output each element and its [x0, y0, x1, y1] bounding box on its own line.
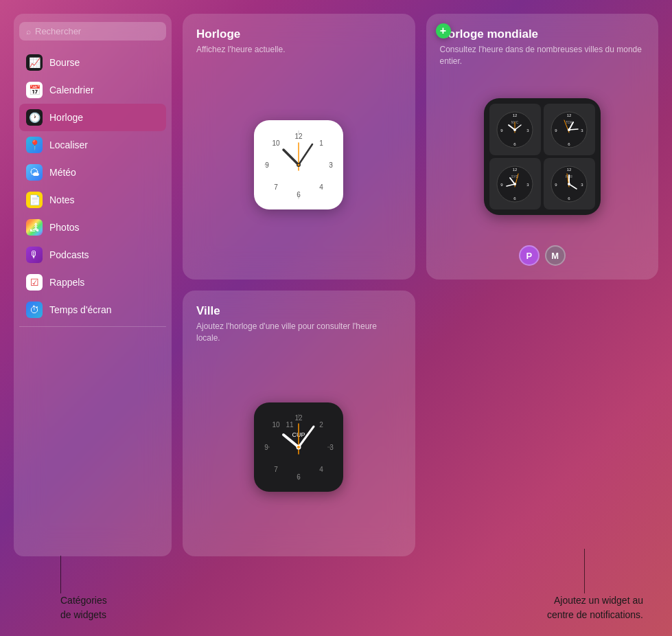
- app-icon-temps: ⏱: [26, 302, 43, 318]
- svg-point-46: [513, 183, 516, 185]
- svg-point-56: [568, 183, 570, 185]
- svg-text:4: 4: [319, 183, 323, 191]
- mini-clock-3: 12 3 6 9 SYD: [489, 158, 541, 209]
- sidebar-item-rappels[interactable]: ☑Rappels: [19, 269, 166, 296]
- mini-clock-svg-1: 12 3 6 9 NYC: [495, 110, 535, 150]
- sidebar-item-notes[interactable]: 📄Notes: [19, 186, 166, 214]
- sidebar-label-calendrier: Calendrier: [49, 84, 94, 95]
- main-layout: ⌕ 📈Bourse📅Calendrier🕐Horloge📍Localiser🌤M…: [0, 0, 672, 570]
- svg-text:12: 12: [513, 113, 518, 117]
- svg-line-13: [299, 144, 312, 165]
- sidebar-item-meteo[interactable]: 🌤Météo: [19, 159, 166, 186]
- world-clock-grid: 12 3 6 9 NYC: [484, 98, 601, 215]
- sidebar-label-bourse: Bourse: [49, 57, 80, 68]
- bottom-annotations: Catégories de widgets Ajoutez un widget …: [0, 567, 672, 636]
- avatars-row: P M: [440, 245, 645, 266]
- svg-text:11: 11: [286, 421, 294, 429]
- app-icon-notes: 📄: [26, 192, 43, 208]
- sidebar-label-horloge: Horloge: [49, 112, 83, 123]
- app-icon-horloge: 🕐: [26, 109, 43, 126]
- mini-clock-svg-2: 12 3 6 9 TOK: [549, 110, 589, 150]
- mini-clock-1: 12 3 6 9 NYC: [489, 104, 541, 155]
- sidebar-items-container: 📈Bourse📅Calendrier🕐Horloge📍Localiser🌤Mét…: [19, 49, 166, 323]
- svg-point-16: [298, 163, 300, 166]
- svg-text:12: 12: [513, 168, 518, 172]
- sidebar-divider: [19, 326, 166, 327]
- search-icon: ⌕: [26, 27, 31, 36]
- app-icon-localiser: 📍: [26, 137, 43, 153]
- widget-horloge-preview: 12 1 3 4 6 7 9 10: [196, 64, 402, 266]
- sidebar-label-temps: Temps d'écran: [49, 304, 112, 315]
- svg-text:10: 10: [273, 421, 281, 429]
- sidebar-item-temps[interactable]: ⏱Temps d'écran: [19, 296, 166, 323]
- widget-ville[interactable]: Ville Ajoutez l'horloge d'une ville pour…: [183, 291, 415, 556]
- svg-text:10: 10: [273, 139, 281, 147]
- sidebar-label-meteo: Météo: [49, 167, 76, 178]
- svg-point-36: [568, 128, 570, 131]
- mini-clock-svg-4: 12 3 6 9 PAR: [549, 164, 589, 204]
- sidebar-label-localiser: Localiser: [49, 139, 88, 150]
- annot-line-left: [60, 556, 61, 593]
- sidebar-item-photos[interactable]: 🏞Photos: [19, 214, 166, 241]
- svg-text:12: 12: [295, 133, 303, 140]
- sidebar-item-bourse[interactable]: 📈Bourse: [19, 49, 166, 76]
- widget-mondiale[interactable]: + Horloge mondiale Consultez l'heure dan…: [426, 14, 659, 280]
- search-bar[interactable]: ⌕: [19, 22, 166, 41]
- clock-svg-light: 12 1 3 4 6 7 9 10: [257, 124, 340, 206]
- add-widget-button[interactable]: +: [436, 23, 451, 38]
- mini-clock-2: 12 3 6 9 TOK: [544, 104, 595, 155]
- mini-clock-svg-3: 12 3 6 9 SYD: [495, 164, 535, 204]
- avatar-p: P: [519, 245, 540, 266]
- app-icon-photos: 🏞: [26, 219, 43, 236]
- sidebar: ⌕ 📈Bourse📅Calendrier🕐Horloge📍Localiser🌤M…: [14, 14, 172, 556]
- svg-text:7: 7: [274, 183, 278, 191]
- widget-mondiale-desc: Consultez l'heure dans de nombreuses vil…: [440, 44, 645, 67]
- sidebar-item-horloge[interactable]: 🕐Horloge: [19, 104, 166, 131]
- svg-text:2: 2: [319, 421, 323, 429]
- widget-horloge-title: Horloge: [196, 27, 402, 41]
- widget-horloge[interactable]: Horloge Affichez l'heure actuelle.: [183, 14, 415, 280]
- svg-text:1: 1: [319, 139, 323, 147]
- widget-mondiale-title: Horloge mondiale: [440, 27, 645, 41]
- widget-horloge-desc: Affichez l'heure actuelle.: [196, 44, 402, 56]
- sidebar-label-rappels: Rappels: [49, 277, 84, 288]
- sidebar-label-podcasts: Podcasts: [49, 249, 89, 260]
- app-icon-calendrier: 📅: [26, 82, 43, 98]
- svg-line-12: [283, 150, 299, 165]
- clock-svg-dark: 12 2 3 4 6 7 9 10 11 CUP: [257, 406, 340, 488]
- sidebar-item-calendrier[interactable]: 📅Calendrier: [19, 76, 166, 104]
- svg-text:7: 7: [274, 466, 278, 473]
- widget-mondiale-preview: 12 3 6 9 NYC: [440, 76, 645, 238]
- annotation-right-container: Ajoutez un widget au centre de notificat…: [547, 593, 643, 622]
- app-icon-bourse: 📈: [26, 54, 43, 71]
- widget-ville-title: Ville: [196, 304, 402, 318]
- app-icon-meteo: 🌤: [26, 164, 43, 181]
- clock-face-light: 12 1 3 4 6 7 9 10: [254, 120, 343, 209]
- svg-text:12: 12: [567, 168, 572, 172]
- search-input[interactable]: [35, 26, 159, 36]
- annotation-right-text: Ajoutez un widget au centre de notificat…: [547, 593, 643, 622]
- widgets-area: Horloge Affichez l'heure actuelle.: [183, 14, 658, 556]
- svg-text:4: 4: [319, 466, 323, 473]
- sidebar-label-notes: Notes: [49, 194, 75, 205]
- sidebar-label-photos: Photos: [49, 222, 80, 233]
- avatar-m: M: [545, 245, 566, 266]
- clock-face-dark: 12 2 3 4 6 7 9 10 11 CUP: [254, 402, 343, 492]
- annotation-left-text: Catégories de widgets: [60, 593, 107, 622]
- svg-text:6: 6: [297, 191, 301, 198]
- annot-line-right: [584, 549, 585, 593]
- svg-point-71: [297, 446, 300, 448]
- svg-text:9: 9: [265, 161, 269, 169]
- svg-text:3: 3: [329, 161, 333, 169]
- app-icon-rappels: ☑: [26, 274, 43, 291]
- svg-text:12: 12: [567, 113, 572, 117]
- svg-point-26: [513, 128, 516, 131]
- widget-ville-desc: Ajoutez l'horloge d'une ville pour consu…: [196, 321, 402, 344]
- widget-ville-preview: 12 2 3 4 6 7 9 10 11 CUP: [196, 352, 402, 543]
- sidebar-item-podcasts[interactable]: 🎙Podcasts: [19, 241, 166, 269]
- mini-clock-4: 12 3 6 9 PAR: [544, 158, 595, 209]
- app-icon-podcasts: 🎙: [26, 247, 43, 263]
- sidebar-item-localiser[interactable]: 📍Localiser: [19, 131, 166, 159]
- annotation-left-container: Catégories de widgets: [60, 593, 107, 622]
